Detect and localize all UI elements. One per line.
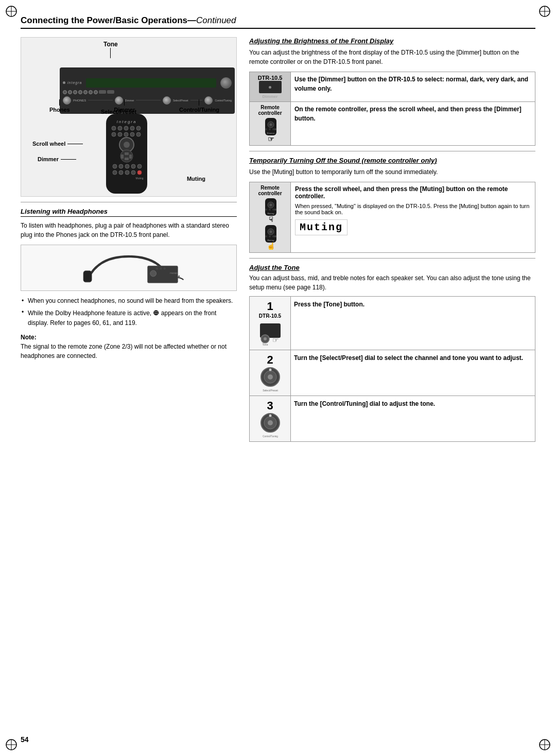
step-2-icon: Select/Preset <box>253 367 287 392</box>
header-title-main: Connecting the Power/Basic Operations <box>21 15 187 25</box>
brightness-dtr-icon-area: Dimmer <box>253 81 287 99</box>
av-btn-rect-2 <box>107 90 114 94</box>
scroll-wheel-text: Scroll wheel <box>32 141 65 147</box>
muting-hand2-svg: Muting ☝ <box>260 225 280 250</box>
svg-point-37 <box>119 170 123 175</box>
step-2-number: 2 <box>253 353 287 367</box>
av-btn-6 <box>89 90 93 94</box>
brightness-dtr-label-cell: DTR-10.5 Dimmer <box>250 72 291 102</box>
dimmer-mini-dot <box>269 86 271 89</box>
step3-knob-svg: Control/Tuning <box>257 411 283 440</box>
av-btn-rect-1 <box>99 90 106 94</box>
svg-point-15 <box>118 126 122 130</box>
tone-heading: Adjust the Tone <box>249 264 535 271</box>
svg-text:☝: ☝ <box>266 242 275 250</box>
svg-point-72 <box>269 231 272 233</box>
phones-label-text: Phones <box>49 107 70 113</box>
control-tuning-label: Control/Tuning <box>179 99 219 113</box>
phones-label: Phones <box>49 99 70 113</box>
brightness-heading-text: Adjusting the Brightness of the Front Di… <box>249 37 393 45</box>
svg-point-23 <box>136 132 141 136</box>
scroll-wheel-line <box>67 144 83 144</box>
svg-text:Select/Preset: Select/Preset <box>263 389 278 392</box>
svg-point-48 <box>156 267 158 269</box>
brightness-dtr-content: Use the [Dimmer] button on the DTR-10.5 … <box>291 72 535 102</box>
step-row-2: 2 Select/Preset <box>250 350 535 396</box>
av-buttons-row1 <box>63 90 232 94</box>
muting-remote-icons: Muting ☟ Muting <box>252 198 288 250</box>
svg-point-63 <box>269 204 272 207</box>
muting-subtext: When pressed, "Muting" is displayed on t… <box>295 203 529 215</box>
brightness-remote-label-cell: Remotecontroller <box>250 102 291 146</box>
svg-point-50 <box>163 267 165 269</box>
step-row-3: 3 Control/Tuning <box>250 396 535 442</box>
left-column: Tone integra <box>21 37 237 442</box>
step-1-text: Press the [Tone] button. <box>294 301 364 308</box>
svg-point-56 <box>269 128 271 130</box>
brightness-body-text: You can adjust the brightness of the fro… <box>249 49 519 65</box>
svg-point-31 <box>113 164 117 168</box>
remote-diagram: Integra <box>78 114 170 198</box>
tone-steps-table: 1 DTR-10.5 Tone <box>249 296 535 442</box>
av-btn-5 <box>83 90 88 94</box>
listening-body: To listen with headphones, plug a pair o… <box>21 221 237 239</box>
svg-point-87 <box>269 368 271 371</box>
brightness-row-remote: Remotecontroller <box>250 102 535 146</box>
svg-point-39 <box>131 170 135 175</box>
brightness-remote-text: On the remote controller, press the scro… <box>294 106 522 122</box>
svg-point-58 <box>274 128 276 130</box>
svg-point-67 <box>274 209 276 211</box>
step-2-text: Turn the [Select/Preset] dial to select … <box>294 354 523 362</box>
muting-main-text: Press the scroll wheel, and then press t… <box>295 185 508 200</box>
step-1-number: 1 <box>253 300 287 313</box>
step1-device-svg: Tone ☞ <box>257 321 283 347</box>
listening-body-text: To listen with headphones, plug a pair o… <box>21 222 229 238</box>
av-brand: integra <box>67 81 82 84</box>
page-header: Connecting the Power/Basic Operations—Co… <box>21 15 535 29</box>
dimmer-remote-text: Dimmer <box>38 156 59 162</box>
tone-label: Tone <box>103 41 118 48</box>
svg-point-86 <box>268 374 273 380</box>
svg-point-74 <box>269 235 271 237</box>
svg-text:Integra: Integra <box>117 119 137 124</box>
main-content: Tone integra <box>21 37 535 442</box>
svg-point-21 <box>124 132 128 136</box>
muting-display: Muting <box>295 219 348 235</box>
dimmer-remote-label: Dimmer <box>38 156 76 162</box>
tone-label-arrow: Tone <box>103 41 118 58</box>
tone-arrow-line <box>110 48 111 58</box>
step-1-text-cell: Press the [Tone] button. <box>291 297 535 350</box>
svg-rect-30 <box>129 154 132 159</box>
dimmer-label-sm: Dimmer <box>263 94 278 99</box>
svg-point-35 <box>137 164 142 168</box>
svg-point-19 <box>112 132 116 136</box>
svg-point-47 <box>150 270 157 277</box>
muting-remote-label: Remotecontroller <box>252 185 288 196</box>
step-2-num-cell: 2 Select/Preset <box>250 350 291 396</box>
svg-text:Muting: Muting <box>135 177 143 180</box>
svg-point-73 <box>265 235 267 237</box>
control-tuning-label-text: Control/Tuning <box>179 107 219 113</box>
note: Note: The signal to the remote zone (Zon… <box>21 333 237 360</box>
diagram-sep <box>21 202 237 202</box>
brightness-body: You can adjust the brightness of the fro… <box>249 48 535 66</box>
svg-point-32 <box>119 164 123 168</box>
svg-point-34 <box>131 164 135 168</box>
step2-knob-svg: Select/Preset <box>257 366 283 394</box>
svg-rect-42 <box>83 271 92 282</box>
svg-point-92 <box>269 414 271 417</box>
svg-rect-45 <box>179 276 180 278</box>
av-power-dot <box>63 81 65 84</box>
svg-point-49 <box>160 267 162 269</box>
muting-sub-text: When pressed, "Muting" is displayed on t… <box>295 203 531 215</box>
remote-svg: Integra <box>78 114 170 196</box>
bullet-1: When you connect headphones, no sound wi… <box>21 296 237 305</box>
svg-text:☞: ☞ <box>267 135 274 143</box>
headphones-image: PHONES <box>21 245 237 291</box>
step-1-num-cell: 1 DTR-10.5 Tone <box>250 297 291 350</box>
bullet-1-text: When you connect headphones, no sound wi… <box>28 297 233 304</box>
svg-point-36 <box>113 170 117 175</box>
muting-heading: Temporarily Turning Off the Sound (remot… <box>249 157 535 164</box>
page-number-text: 54 <box>21 735 29 744</box>
muting-bold-text: Press the scroll wheel, and then press t… <box>295 185 531 200</box>
